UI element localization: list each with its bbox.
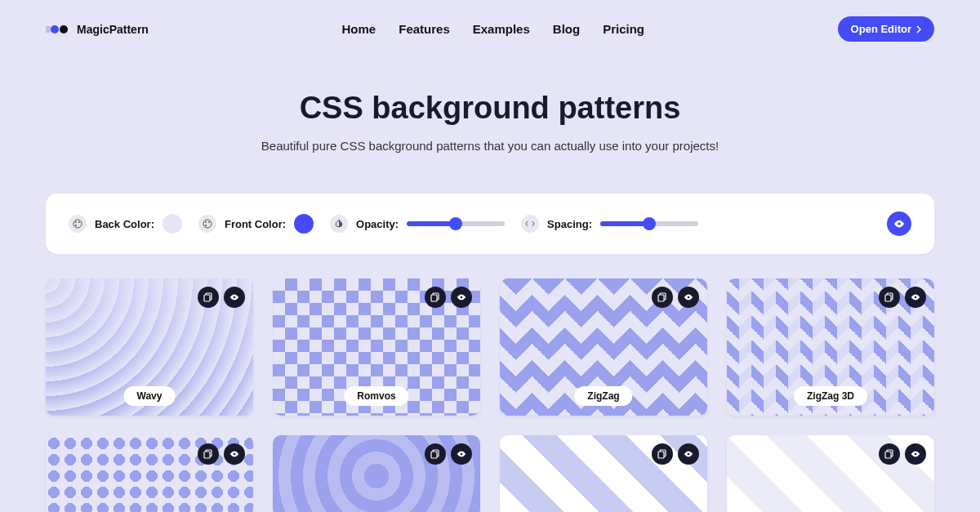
- svg-rect-13: [204, 295, 210, 301]
- copy-css-button[interactable]: [198, 287, 219, 308]
- spacing-slider[interactable]: [600, 221, 698, 226]
- svg-rect-0: [46, 26, 51, 33]
- copy-css-button[interactable]: [879, 287, 900, 308]
- nav-features[interactable]: Features: [399, 22, 450, 36]
- svg-rect-25: [204, 452, 210, 458]
- svg-point-26: [234, 453, 236, 456]
- nav-blog[interactable]: Blog: [553, 22, 580, 36]
- svg-rect-19: [658, 295, 664, 301]
- pattern-name: ZigZag 3D: [794, 386, 867, 406]
- brand-name: MagicPattern: [77, 23, 149, 36]
- pattern-name: Wavy: [124, 386, 176, 406]
- copy-icon: [430, 292, 440, 302]
- pattern-card[interactable]: [500, 435, 707, 512]
- open-editor-button[interactable]: Open Editor: [838, 16, 934, 42]
- preview-pattern-button[interactable]: [678, 443, 699, 465]
- logo-mark-icon: [46, 24, 70, 35]
- back-color-swatch[interactable]: [163, 214, 182, 234]
- nav-pricing[interactable]: Pricing: [603, 22, 644, 36]
- front-color-swatch[interactable]: [294, 214, 314, 234]
- preview-pattern-button[interactable]: [678, 287, 699, 308]
- front-color-label: Front Color:: [225, 218, 286, 230]
- copy-css-button[interactable]: [652, 287, 673, 308]
- copy-icon: [203, 449, 213, 459]
- preview-button[interactable]: [887, 211, 911, 236]
- svg-point-32: [688, 453, 690, 456]
- opacity-icon: [330, 215, 348, 233]
- main-nav: Home Features Examples Blog Pricing: [342, 22, 644, 36]
- eye-icon: [229, 292, 240, 303]
- spacing-group: Spacing:: [521, 215, 698, 233]
- preview-pattern-button[interactable]: [224, 287, 245, 308]
- svg-rect-16: [431, 295, 437, 301]
- svg-point-4: [75, 221, 77, 223]
- palette-icon: [69, 215, 87, 233]
- svg-point-11: [898, 222, 901, 225]
- hero: CSS background patterns Beautiful pure C…: [46, 58, 934, 177]
- pattern-card[interactable]: [46, 435, 253, 512]
- copy-icon: [657, 292, 667, 302]
- pattern-grid: Wavy Romvos ZigZag ZigZag 3D: [46, 278, 934, 512]
- svg-point-6: [75, 225, 77, 226]
- nav-home[interactable]: Home: [342, 22, 376, 36]
- copy-css-button[interactable]: [652, 443, 673, 465]
- preview-pattern-button[interactable]: [905, 443, 926, 465]
- copy-icon: [203, 292, 213, 302]
- svg-point-29: [461, 453, 463, 456]
- pattern-card-romvos[interactable]: Romvos: [273, 278, 480, 416]
- svg-rect-22: [885, 295, 891, 301]
- pattern-name: Romvos: [344, 386, 408, 406]
- pattern-card[interactable]: [727, 435, 934, 512]
- svg-point-23: [915, 296, 917, 299]
- nav-examples[interactable]: Examples: [473, 22, 530, 36]
- page-subtitle: Beautiful pure CSS background patterns t…: [46, 139, 934, 153]
- svg-point-1: [51, 25, 59, 33]
- svg-point-10: [205, 225, 207, 226]
- eye-icon: [229, 448, 240, 460]
- slider-thumb[interactable]: [449, 217, 462, 230]
- eye-icon: [910, 448, 921, 460]
- svg-point-35: [915, 453, 917, 456]
- svg-point-20: [688, 296, 690, 299]
- pattern-card-zigzag[interactable]: ZigZag: [500, 278, 707, 416]
- pattern-name: ZigZag: [574, 386, 632, 406]
- header: MagicPattern Home Features Examples Blog…: [46, 0, 934, 58]
- svg-point-14: [234, 296, 236, 299]
- preview-pattern-button[interactable]: [451, 287, 472, 308]
- slider-thumb[interactable]: [643, 217, 656, 230]
- svg-point-7: [203, 220, 212, 228]
- copy-css-button[interactable]: [425, 443, 446, 465]
- logo[interactable]: MagicPattern: [46, 23, 149, 36]
- opacity-label: Opacity:: [356, 218, 399, 230]
- palette-icon: [198, 215, 216, 233]
- pattern-card-zigzag3d[interactable]: ZigZag 3D: [727, 278, 934, 416]
- eye-icon: [456, 292, 467, 303]
- eye-icon: [893, 218, 905, 229]
- svg-rect-28: [431, 452, 437, 458]
- svg-point-9: [208, 221, 210, 223]
- pattern-card[interactable]: [273, 435, 480, 512]
- eye-icon: [910, 292, 921, 303]
- copy-css-button[interactable]: [425, 287, 446, 308]
- svg-rect-34: [885, 452, 891, 458]
- preview-pattern-button[interactable]: [451, 443, 472, 465]
- svg-point-17: [461, 296, 463, 299]
- copy-icon: [430, 449, 440, 459]
- pattern-card-wavy[interactable]: Wavy: [46, 278, 253, 416]
- copy-icon: [884, 449, 894, 459]
- svg-rect-31: [658, 452, 664, 458]
- svg-point-8: [205, 221, 207, 223]
- spacing-label: Spacing:: [547, 218, 592, 230]
- back-color-group: Back Color:: [69, 214, 182, 234]
- opacity-group: Opacity:: [330, 215, 505, 233]
- copy-css-button[interactable]: [198, 443, 219, 465]
- chevron-right-icon: [916, 25, 921, 33]
- svg-point-2: [60, 25, 68, 33]
- eye-icon: [683, 448, 694, 460]
- svg-point-3: [74, 220, 82, 228]
- copy-css-button[interactable]: [879, 443, 900, 465]
- opacity-slider[interactable]: [407, 221, 505, 226]
- preview-pattern-button[interactable]: [224, 443, 245, 465]
- open-editor-label: Open Editor: [851, 23, 911, 35]
- preview-pattern-button[interactable]: [905, 287, 926, 308]
